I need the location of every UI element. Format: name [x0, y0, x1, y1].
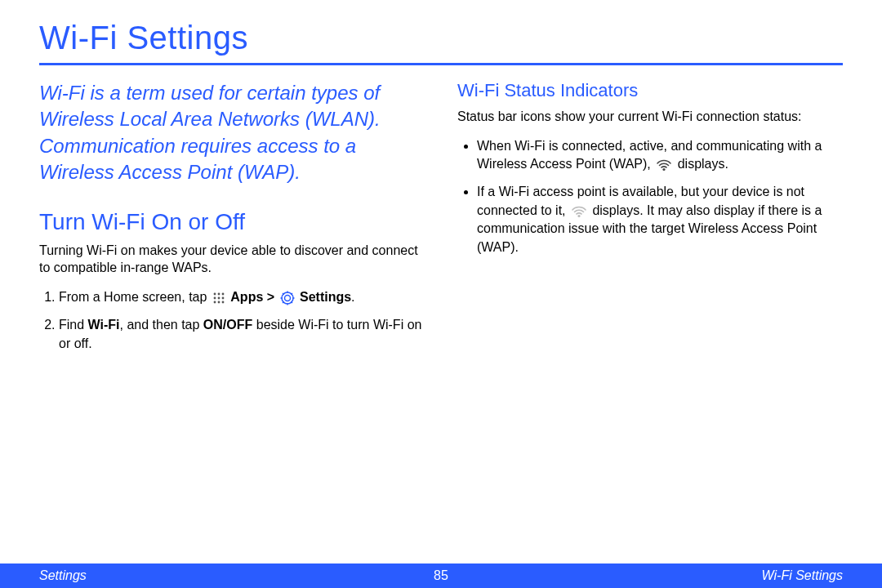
- section-body-turn: Turning Wi-Fi on makes your device able …: [39, 242, 425, 277]
- step-1-settings: Settings: [300, 290, 351, 304]
- svg-point-0: [213, 292, 216, 295]
- step-2-onoff: ON/OFF: [203, 318, 252, 332]
- footer-left: Settings: [39, 568, 87, 583]
- wifi-available-icon: [571, 205, 587, 218]
- page-title: Wi-Fi Settings: [39, 20, 843, 65]
- intro-text: Wi-Fi is a term used for certain types o…: [39, 80, 425, 186]
- svg-point-19: [663, 168, 666, 171]
- svg-point-20: [577, 214, 580, 216]
- step-2-text-a: Find: [59, 318, 88, 332]
- svg-point-3: [213, 296, 216, 299]
- columns: Wi-Fi is a term used for certain types o…: [39, 80, 843, 363]
- step-1-gt: >: [263, 290, 278, 304]
- bullet-2: If a Wi-Fi access point is available, bu…: [477, 183, 843, 256]
- svg-point-8: [221, 301, 224, 303]
- footer-page-number: 85: [434, 568, 448, 583]
- section-body-status: Status bar icons show your current Wi-Fi…: [457, 108, 843, 126]
- step-1-text-a: From a Home screen, tap: [59, 290, 211, 304]
- steps-list: From a Home screen, tap Apps > Settings.…: [39, 288, 425, 353]
- bullet-1-text-b: displays.: [674, 157, 728, 171]
- footer-right: Wi-Fi Settings: [762, 568, 843, 583]
- svg-point-7: [217, 301, 220, 303]
- section-heading-status: Wi-Fi Status Indicators: [457, 80, 843, 101]
- bullet-1: When Wi-Fi is connected, active, and com…: [477, 137, 843, 174]
- svg-point-6: [213, 301, 216, 303]
- wifi-connected-icon: [656, 158, 672, 172]
- step-1: From a Home screen, tap Apps > Settings.: [59, 288, 425, 306]
- page-content: Wi-Fi Settings Wi-Fi is a term used for …: [0, 0, 882, 395]
- right-column: Wi-Fi Status Indicators Status bar icons…: [457, 80, 843, 363]
- svg-point-2: [221, 292, 224, 295]
- step-2-text-b: , and then tap: [120, 318, 203, 332]
- svg-point-5: [221, 296, 224, 299]
- svg-point-10: [284, 295, 290, 301]
- apps-grid-icon: [212, 292, 225, 305]
- status-bullets: When Wi-Fi is connected, active, and com…: [457, 137, 843, 256]
- section-heading-turn: Turn Wi-Fi On or Off: [39, 209, 425, 235]
- svg-point-1: [217, 292, 220, 295]
- step-2-wifi: Wi-Fi: [88, 318, 120, 332]
- step-1-apps: Apps: [230, 290, 263, 304]
- step-2: Find Wi-Fi, and then tap ON/OFF beside W…: [59, 316, 425, 353]
- svg-point-4: [217, 296, 220, 299]
- bullet-1-text-a: When Wi-Fi is connected, active, and com…: [477, 139, 822, 171]
- settings-gear-icon: [280, 291, 295, 305]
- left-column: Wi-Fi is a term used for certain types o…: [39, 80, 425, 363]
- step-1-dot: .: [351, 290, 354, 304]
- page-footer: Settings 85 Wi-Fi Settings: [0, 564, 882, 588]
